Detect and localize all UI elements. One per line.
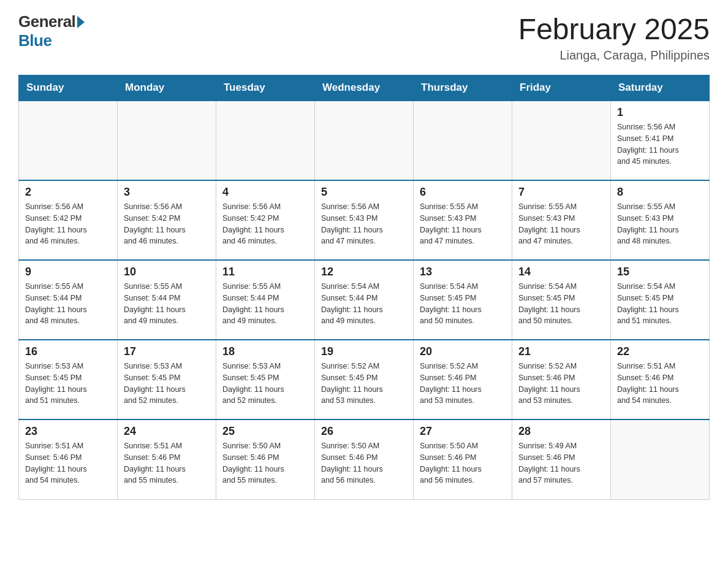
day-number: 23 bbox=[25, 425, 111, 438]
calendar-cell: 25Sunrise: 5:50 AMSunset: 5:46 PMDayligh… bbox=[216, 419, 315, 499]
logo: General Blue bbox=[18, 12, 85, 50]
day-info: Sunrise: 5:56 AMSunset: 5:42 PMDaylight:… bbox=[124, 201, 210, 247]
day-number: 11 bbox=[222, 266, 308, 278]
logo-arrow-icon bbox=[77, 16, 85, 28]
day-info: Sunrise: 5:55 AMSunset: 5:43 PMDaylight:… bbox=[420, 201, 506, 247]
page-header: General Blue February 2025 Lianga, Carag… bbox=[18, 12, 710, 63]
day-number: 14 bbox=[518, 266, 604, 278]
location-subtitle: Lianga, Caraga, Philippines bbox=[518, 48, 710, 63]
day-number: 20 bbox=[420, 345, 506, 358]
calendar-cell bbox=[315, 101, 414, 180]
day-info: Sunrise: 5:54 AMSunset: 5:45 PMDaylight:… bbox=[617, 281, 703, 327]
calendar-cell: 13Sunrise: 5:54 AMSunset: 5:45 PMDayligh… bbox=[414, 260, 512, 340]
calendar-week-2: 2Sunrise: 5:56 AMSunset: 5:42 PMDaylight… bbox=[19, 180, 710, 260]
calendar-cell: 8Sunrise: 5:55 AMSunset: 5:43 PMDaylight… bbox=[611, 180, 710, 260]
day-number: 18 bbox=[222, 345, 308, 358]
day-info: Sunrise: 5:52 AMSunset: 5:45 PMDaylight:… bbox=[321, 361, 407, 407]
calendar-cell: 18Sunrise: 5:53 AMSunset: 5:45 PMDayligh… bbox=[216, 340, 315, 419]
calendar-cell: 26Sunrise: 5:50 AMSunset: 5:46 PMDayligh… bbox=[315, 419, 414, 499]
day-number: 7 bbox=[518, 186, 604, 199]
day-info: Sunrise: 5:53 AMSunset: 5:45 PMDaylight:… bbox=[124, 361, 210, 407]
calendar-cell: 27Sunrise: 5:50 AMSunset: 5:46 PMDayligh… bbox=[414, 419, 512, 499]
day-number: 3 bbox=[124, 186, 210, 199]
calendar-week-4: 16Sunrise: 5:53 AMSunset: 5:45 PMDayligh… bbox=[19, 340, 710, 419]
calendar-cell: 5Sunrise: 5:56 AMSunset: 5:43 PMDaylight… bbox=[315, 180, 414, 260]
day-info: Sunrise: 5:51 AMSunset: 5:46 PMDaylight:… bbox=[25, 440, 111, 486]
day-number: 1 bbox=[617, 106, 703, 119]
day-info: Sunrise: 5:51 AMSunset: 5:46 PMDaylight:… bbox=[617, 361, 703, 407]
calendar-table: SundayMondayTuesdayWednesdayThursdayFrid… bbox=[18, 75, 710, 500]
day-info: Sunrise: 5:55 AMSunset: 5:43 PMDaylight:… bbox=[617, 201, 703, 247]
day-number: 10 bbox=[124, 266, 210, 278]
calendar-cell: 9Sunrise: 5:55 AMSunset: 5:44 PMDaylight… bbox=[19, 260, 118, 340]
day-info: Sunrise: 5:56 AMSunset: 5:42 PMDaylight:… bbox=[222, 201, 308, 247]
day-info: Sunrise: 5:53 AMSunset: 5:45 PMDaylight:… bbox=[25, 361, 111, 407]
day-info: Sunrise: 5:54 AMSunset: 5:45 PMDaylight:… bbox=[420, 281, 506, 327]
day-info: Sunrise: 5:50 AMSunset: 5:46 PMDaylight:… bbox=[222, 440, 308, 486]
calendar-cell: 16Sunrise: 5:53 AMSunset: 5:45 PMDayligh… bbox=[19, 340, 118, 419]
calendar-week-5: 23Sunrise: 5:51 AMSunset: 5:46 PMDayligh… bbox=[19, 419, 710, 499]
day-info: Sunrise: 5:54 AMSunset: 5:44 PMDaylight:… bbox=[321, 281, 407, 327]
calendar-weekday-saturday: Saturday bbox=[611, 75, 710, 101]
day-info: Sunrise: 5:55 AMSunset: 5:44 PMDaylight:… bbox=[124, 281, 210, 327]
day-number: 26 bbox=[321, 425, 407, 438]
day-info: Sunrise: 5:55 AMSunset: 5:43 PMDaylight:… bbox=[518, 201, 604, 247]
calendar-cell: 20Sunrise: 5:52 AMSunset: 5:46 PMDayligh… bbox=[414, 340, 512, 419]
day-number: 21 bbox=[518, 345, 604, 358]
day-number: 15 bbox=[617, 266, 703, 278]
day-info: Sunrise: 5:53 AMSunset: 5:45 PMDaylight:… bbox=[222, 361, 308, 407]
calendar-cell: 2Sunrise: 5:56 AMSunset: 5:42 PMDaylight… bbox=[19, 180, 118, 260]
day-number: 17 bbox=[124, 345, 210, 358]
day-info: Sunrise: 5:56 AMSunset: 5:41 PMDaylight:… bbox=[617, 121, 703, 167]
calendar-cell: 4Sunrise: 5:56 AMSunset: 5:42 PMDaylight… bbox=[216, 180, 315, 260]
day-number: 8 bbox=[617, 186, 703, 199]
calendar-cell: 11Sunrise: 5:55 AMSunset: 5:44 PMDayligh… bbox=[216, 260, 315, 340]
calendar-weekday-wednesday: Wednesday bbox=[315, 75, 414, 101]
day-number: 9 bbox=[25, 266, 111, 278]
day-number: 4 bbox=[222, 186, 308, 199]
calendar-cell: 23Sunrise: 5:51 AMSunset: 5:46 PMDayligh… bbox=[19, 419, 118, 499]
calendar-cell bbox=[118, 101, 216, 180]
day-info: Sunrise: 5:49 AMSunset: 5:46 PMDaylight:… bbox=[518, 440, 604, 486]
calendar-cell: 21Sunrise: 5:52 AMSunset: 5:46 PMDayligh… bbox=[512, 340, 611, 419]
calendar-cell: 24Sunrise: 5:51 AMSunset: 5:46 PMDayligh… bbox=[118, 419, 216, 499]
day-info: Sunrise: 5:55 AMSunset: 5:44 PMDaylight:… bbox=[25, 281, 111, 327]
day-info: Sunrise: 5:55 AMSunset: 5:44 PMDaylight:… bbox=[222, 281, 308, 327]
calendar-cell bbox=[611, 419, 710, 499]
day-number: 6 bbox=[420, 186, 506, 199]
calendar-cell: 22Sunrise: 5:51 AMSunset: 5:46 PMDayligh… bbox=[611, 340, 710, 419]
month-year-title: February 2025 bbox=[518, 12, 710, 46]
calendar-week-3: 9Sunrise: 5:55 AMSunset: 5:44 PMDaylight… bbox=[19, 260, 710, 340]
calendar-weekday-thursday: Thursday bbox=[414, 75, 512, 101]
calendar-cell: 12Sunrise: 5:54 AMSunset: 5:44 PMDayligh… bbox=[315, 260, 414, 340]
title-block: February 2025 Lianga, Caraga, Philippine… bbox=[518, 12, 710, 63]
calendar-cell: 7Sunrise: 5:55 AMSunset: 5:43 PMDaylight… bbox=[512, 180, 611, 260]
calendar-cell: 17Sunrise: 5:53 AMSunset: 5:45 PMDayligh… bbox=[118, 340, 216, 419]
day-info: Sunrise: 5:50 AMSunset: 5:46 PMDaylight:… bbox=[420, 440, 506, 486]
calendar-cell: 14Sunrise: 5:54 AMSunset: 5:45 PMDayligh… bbox=[512, 260, 611, 340]
calendar-cell: 15Sunrise: 5:54 AMSunset: 5:45 PMDayligh… bbox=[611, 260, 710, 340]
calendar-cell bbox=[216, 101, 315, 180]
calendar-weekday-monday: Monday bbox=[118, 75, 216, 101]
day-number: 27 bbox=[420, 425, 506, 438]
calendar-header-row: SundayMondayTuesdayWednesdayThursdayFrid… bbox=[19, 75, 710, 101]
day-number: 5 bbox=[321, 186, 407, 199]
calendar-weekday-tuesday: Tuesday bbox=[216, 75, 315, 101]
day-number: 13 bbox=[420, 266, 506, 278]
day-number: 24 bbox=[124, 425, 210, 438]
day-info: Sunrise: 5:50 AMSunset: 5:46 PMDaylight:… bbox=[321, 440, 407, 486]
calendar-cell: 19Sunrise: 5:52 AMSunset: 5:45 PMDayligh… bbox=[315, 340, 414, 419]
day-info: Sunrise: 5:52 AMSunset: 5:46 PMDaylight:… bbox=[420, 361, 506, 407]
day-info: Sunrise: 5:54 AMSunset: 5:45 PMDaylight:… bbox=[518, 281, 604, 327]
day-number: 25 bbox=[222, 425, 308, 438]
day-info: Sunrise: 5:56 AMSunset: 5:43 PMDaylight:… bbox=[321, 201, 407, 247]
calendar-cell: 10Sunrise: 5:55 AMSunset: 5:44 PMDayligh… bbox=[118, 260, 216, 340]
day-number: 16 bbox=[25, 345, 111, 358]
calendar-weekday-sunday: Sunday bbox=[19, 75, 118, 101]
calendar-cell bbox=[414, 101, 512, 180]
day-number: 22 bbox=[617, 345, 703, 358]
calendar-cell bbox=[19, 101, 118, 180]
day-number: 28 bbox=[518, 425, 604, 438]
calendar-week-1: 1Sunrise: 5:56 AMSunset: 5:41 PMDaylight… bbox=[19, 101, 710, 180]
day-info: Sunrise: 5:51 AMSunset: 5:46 PMDaylight:… bbox=[124, 440, 210, 486]
